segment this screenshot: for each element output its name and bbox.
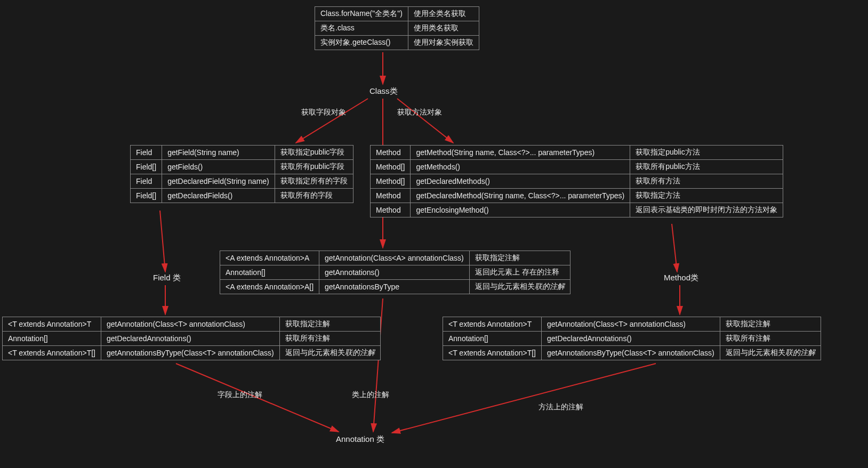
cell: <T extends Annotation>T <box>3 317 101 332</box>
field-table: FieldgetField(String name)获取指定public字段 F… <box>130 145 353 203</box>
class-node: Class类 <box>369 86 398 96</box>
txt-em: 联的注解 <box>345 348 375 357</box>
cell: getEnclosingMethod() <box>411 203 630 217</box>
cell: Field[] <box>131 189 162 203</box>
cell: 返回与此元素相关联的注解 <box>720 346 821 360</box>
diagram-arrows <box>0 0 868 468</box>
cell: getDeclaredMethod(String name, Class<?>.… <box>411 189 630 203</box>
cell: 获取指定注解 <box>279 317 380 332</box>
svg-line-2 <box>397 99 453 143</box>
cell: getAnnotationsByType <box>319 280 470 294</box>
cell: getDeclaredMethods() <box>411 174 630 189</box>
cell: 获取所有方法 <box>630 174 783 189</box>
cell: 获取指定方法 <box>630 189 783 203</box>
cell: Field[] <box>131 160 162 174</box>
cell: getDeclaredFields() <box>162 189 275 203</box>
cell: getFields() <box>162 160 275 174</box>
cell: getDeclaredField(String name) <box>162 174 275 189</box>
cell: 使用类名获取 <box>408 21 479 36</box>
cell: Method <box>371 189 411 203</box>
class-annotation-table: <A extends Annotation>AgetAnnotation(Cla… <box>220 251 570 294</box>
edge-label-field-obj: 获取字段对象 <box>301 108 346 117</box>
cell: 获取指定public字段 <box>275 146 353 160</box>
cell: 获取指定public方法 <box>630 146 783 160</box>
cell: Method[] <box>371 160 411 174</box>
cell: 获取所有public字段 <box>275 160 353 174</box>
cell: 获取指定注解 <box>469 251 570 265</box>
cell: 返回与此元素相关联的注解 <box>469 280 570 294</box>
class-acquire-table: Class.forName("全类名")使用全类名获取 类名.class使用类名… <box>315 6 479 50</box>
cell: getField(String name) <box>162 146 275 160</box>
cell: <A extends Annotation>A[] <box>220 280 319 294</box>
cell: getMethod(String name, Class<?>... param… <box>411 146 630 160</box>
cell: Method <box>371 146 411 160</box>
cell: getAnnotation(Class<A> annotationClass) <box>319 251 470 265</box>
cell: Method[] <box>371 174 411 189</box>
cell: getDeclaredAnnotations() <box>541 332 720 346</box>
cell: 返回此元素上 存在的注释 <box>469 265 570 280</box>
txt: 返回与此元素相关 <box>475 282 535 291</box>
cell: Class.forName("全类名") <box>315 7 408 21</box>
cell: 获取指定注解 <box>720 317 821 332</box>
cell: 获取所有的字段 <box>275 189 353 203</box>
svg-line-4 <box>160 211 165 272</box>
cell: <T extends Annotation>T <box>443 317 542 332</box>
cell: 获取所有public方法 <box>630 160 783 174</box>
cell: getAnnotation(Class<T> annotationClass) <box>541 317 720 332</box>
cell: Method <box>371 203 411 217</box>
method-node: Method类 <box>664 273 698 283</box>
cell: <A extends Annotation>A <box>220 251 319 265</box>
cell: 返回与此元素相关联的注解 <box>279 346 380 360</box>
svg-line-6 <box>672 224 677 272</box>
cell: getAnnotations() <box>319 265 470 280</box>
cell: <T extends Annotation>T[] <box>443 346 542 360</box>
cell: getAnnotationsByType(Class<T> annotation… <box>101 346 279 360</box>
cell: Annotation[] <box>443 332 542 346</box>
cell: 返回表示基础类的即时封闭方法的方法对象 <box>630 203 783 217</box>
annotation-node: Annotation 类 <box>336 434 384 445</box>
cell: 获取所有注解 <box>720 332 821 346</box>
svg-line-1 <box>296 99 368 143</box>
edge-label-method-obj: 获取方法对象 <box>397 108 442 117</box>
cell: Annotation[] <box>220 265 319 280</box>
edge-label-method-anno: 方法上的注解 <box>539 402 583 412</box>
edge-label-class-anno: 类上的注解 <box>352 390 389 400</box>
txt-em: 联的注解 <box>785 348 815 357</box>
field-annotation-table: <T extends Annotation>TgetAnnotation(Cla… <box>2 317 381 360</box>
cell: 使用全类名获取 <box>408 7 479 21</box>
cell: Field <box>131 174 162 189</box>
cell: getAnnotationsByType(Class<T> annotation… <box>541 346 720 360</box>
cell: <T extends Annotation>T[] <box>3 346 101 360</box>
cell: Annotation[] <box>3 332 101 346</box>
txt: 返回与此元素相关 <box>285 348 345 357</box>
edge-label-field-anno: 字段上的注解 <box>218 390 262 400</box>
method-annotation-table: <T extends Annotation>TgetAnnotation(Cla… <box>443 317 821 360</box>
cell: 获取指定所有的字段 <box>275 174 353 189</box>
txt: 返回与此元素相关 <box>726 348 785 357</box>
cell: Field <box>131 146 162 160</box>
method-table: MethodgetMethod(String name, Class<?>...… <box>370 145 783 217</box>
cell: 实例对象.geteClass() <box>315 36 408 50</box>
field-node: Field 类 <box>153 273 181 283</box>
cell: getAnnotation(Class<T> annotationClass) <box>101 317 279 332</box>
cell: 使用对象实例获取 <box>408 36 479 50</box>
cell: 获取所有注解 <box>279 332 380 346</box>
cell: getMethods() <box>411 160 630 174</box>
txt-em: 联的注解 <box>535 282 565 291</box>
cell: getDeclaredAnnotations() <box>101 332 279 346</box>
cell: 类名.class <box>315 21 408 36</box>
svg-line-10 <box>392 364 656 433</box>
